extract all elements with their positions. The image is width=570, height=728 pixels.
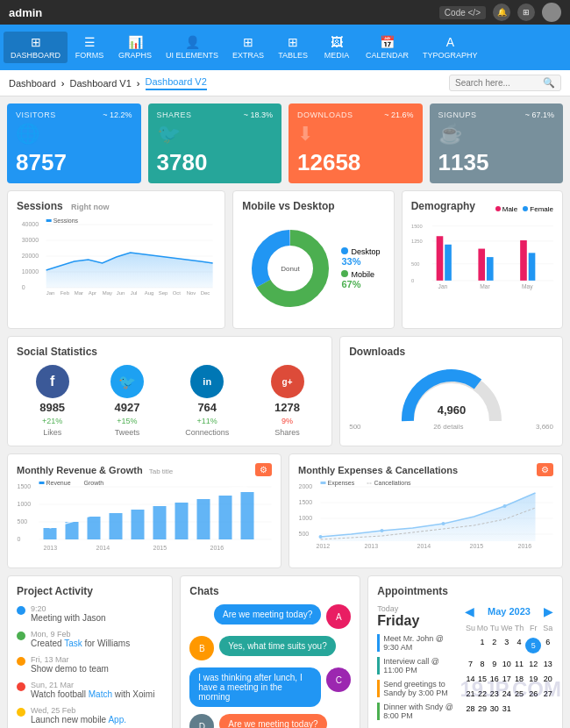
cal-day[interactable]: 6 [542,635,553,656]
cal-prev-button[interactable]: ◀ [465,604,474,618]
avatar-icon[interactable] [542,3,561,22]
cal-day[interactable]: 17 [501,672,512,686]
cal-day[interactable]: 11 [514,657,525,671]
breadcrumb-v2[interactable]: Dashboard V2 [146,76,207,90]
cal-day[interactable]: 3 [501,635,512,656]
nav-ui-elements[interactable]: 👤 UI ELEMENTS [159,32,225,63]
nav-tables[interactable]: ⊞ TABLES [271,32,315,63]
cal-day[interactable]: 16 [488,672,500,686]
search-input[interactable] [455,78,543,88]
cal-day[interactable]: 18 [514,672,525,686]
chat-bubble-4: Are we meeting today? [219,714,326,728]
cal-day[interactable]: 30 [488,702,500,716]
cal-next-button[interactable]: ▶ [544,604,553,618]
svg-text:2016: 2016 [210,545,224,551]
cal-day[interactable]: 21 [465,687,476,701]
cal-day[interactable]: 23 [488,687,500,701]
revenue-gear-button[interactable]: ⚙ [255,463,272,476]
cal-day[interactable]: 2 [488,635,500,656]
donut-chart: Donut [246,225,334,312]
breadcrumb-v1[interactable]: Dashboard V1 [70,78,132,89]
svg-rect-37 [445,245,452,281]
svg-text:1500: 1500 [411,224,423,229]
app-link[interactable]: App. [108,715,126,724]
dashboard-icon: ⊞ [31,35,41,49]
nav-media[interactable]: 🖼 MEDIA [315,32,359,63]
svg-rect-39 [487,257,494,281]
svg-rect-54 [44,528,57,539]
cal-day[interactable]: 13 [542,657,553,671]
cal-day[interactable]: 29 [477,702,488,716]
cal-day[interactable]: 10 [501,657,512,671]
search-box[interactable]: 🔍 [449,75,561,91]
linkedin-icon: in [190,365,224,398]
top-nav: admin Code </> 🔔 ⊞ [0,0,570,25]
cal-day-today[interactable]: 5 [525,635,541,656]
svg-text:500: 500 [18,518,28,525]
cal-day[interactable]: 20 [542,672,553,686]
svg-rect-84 [321,482,326,484]
typography-icon: A [446,35,454,49]
svg-text:May: May [103,290,112,296]
cal-day[interactable]: 22 [477,687,488,701]
cal-day[interactable]: 31 [501,702,512,716]
cal-day[interactable]: 7 [465,657,476,671]
facebook-icon: f [36,365,69,398]
cal-day[interactable]: 4 [514,635,525,656]
main-nav: ⊞ DASHBOARD ☰ FORMS 📊 GRAPHS 👤 UI ELEMEN… [0,25,570,70]
cal-day[interactable]: 27 [542,687,553,701]
cal-day[interactable]: 1 [477,635,488,656]
svg-text:Mar: Mar [480,283,490,289]
chat-item: B Yes, what time suits you? [189,636,351,660]
nav-extras[interactable]: ⊞ EXTRAS [225,32,271,63]
nav-typography[interactable]: A TYPOGRAPHY [416,32,485,63]
cal-day[interactable]: 28 [465,702,476,716]
stat-shares: SHARES ~ 18.3% 🐦 3780 [148,103,282,183]
downloads-title: Downloads [349,346,553,358]
cal-day[interactable]: 15 [477,672,488,686]
nav-graphs[interactable]: 📊 GRAPHS [111,32,159,63]
chat-bubble-1: Are we meeting today? [214,604,321,625]
cal-empty: . [465,635,476,656]
nav-dashboard[interactable]: ⊞ DASHBOARD [4,32,68,63]
cal-day[interactable]: 8 [477,657,488,671]
nav-forms[interactable]: ☰ FORMS [68,32,111,63]
social-downloads-row: Social Statistics f 8985 +21% Likes 🐦 49… [0,336,570,453]
svg-rect-36 [436,236,443,281]
cal-day[interactable]: 25 [514,687,525,701]
forms-icon: ☰ [84,35,96,49]
nav-calendar[interactable]: 📅 CALENDAR [359,32,416,63]
breadcrumb-dashboard[interactable]: Dashboard [9,78,56,89]
downloads-gauge: 4,960 [399,368,504,430]
signups-icon: ☕ [438,123,555,146]
cal-day[interactable]: 24 [501,687,512,701]
svg-rect-56 [88,517,101,539]
cal-day[interactable]: 12 [525,657,541,671]
visitors-icon: 🌐 [16,123,132,146]
task-link[interactable]: Task [64,639,82,648]
chat-avatar-4: D [189,714,214,728]
code-button[interactable]: Code </> [439,6,486,19]
monthly-revenue-box: Monthly Revenue & Growth Tab title ⚙ 150… [7,453,281,568]
match-link[interactable]: Match [89,689,112,699]
chat-item: C I was thinking after lunch, I have a m… [189,667,351,707]
svg-text:10000: 10000 [22,268,39,275]
project-item: Wed, 25 Feb Launch new mobile App. [17,706,163,724]
cal-day[interactable]: 19 [525,672,541,686]
notification-icon[interactable]: 🔔 [493,4,510,21]
svg-text:Jan: Jan [46,290,55,296]
cal-day[interactable]: 26 [525,687,541,701]
cal-day[interactable]: 14 [465,672,476,686]
svg-text:Feb: Feb [61,290,70,296]
chats-title: Chats [189,585,351,597]
project-dot-1 [17,606,25,615]
chat-item: A Are we meeting today? [189,604,351,629]
svg-rect-40 [520,240,527,281]
grid-icon[interactable]: ⊞ [517,4,535,21]
cal-day[interactable]: 9 [488,657,500,671]
calendar-grid: Su Mo Tu We Th Fr Sa . 1 2 3 4 5 6 7 8 [465,622,553,716]
svg-text:Nov: Nov [187,290,196,296]
expenses-gear-button[interactable]: ⚙ [537,463,553,476]
svg-text:2014: 2014 [417,543,431,549]
svg-text:40000: 40000 [22,221,39,227]
